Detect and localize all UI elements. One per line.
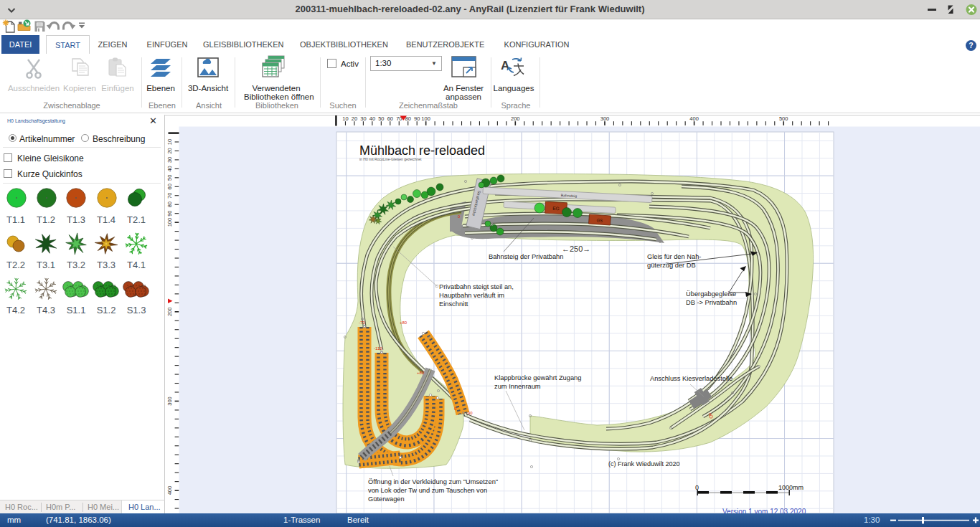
svg-text:200: 200 <box>511 115 520 122</box>
svg-text:A: A <box>501 59 509 72</box>
svg-text:EG: EG <box>552 206 560 211</box>
svg-text:70: 70 <box>166 193 173 199</box>
svg-text:zum Innenraum: zum Innenraum <box>494 383 541 390</box>
svg-text:80: 80 <box>166 201 173 207</box>
svg-text:Version 1 vom 12.03.2020: Version 1 vom 12.03.2020 <box>722 508 806 513</box>
svg-text:Übergabgegleise: Übergabgegleise <box>686 290 736 298</box>
svg-text:+80: +80 <box>400 321 407 325</box>
svg-text:Mühlbach re-reloaded: Mühlbach re-reloaded <box>359 143 485 158</box>
svg-text:in H0 mit RocoLine-Gleisen gez: in H0 mit RocoLine-Gleisen gezeichnet <box>359 157 422 161</box>
svg-text:Bahnsteig der Privatbahn: Bahnsteig der Privatbahn <box>489 253 563 260</box>
svg-text:20: 20 <box>166 148 173 153</box>
svg-text:Bahnsteig: Bahnsteig <box>561 193 578 198</box>
svg-text:90: 90 <box>414 115 420 122</box>
svg-text:Klappbrücke gewährt Zugang: Klappbrücke gewährt Zugang <box>494 374 581 381</box>
svg-text:Öffnung in der Verkleidung zum: Öffnung in der Verkleidung zum "Umsetzen… <box>368 478 498 485</box>
svg-text:Gleis für den Nah-: Gleis für den Nah- <box>647 253 701 260</box>
svg-text:GS: GS <box>596 218 603 223</box>
svg-text:20: 20 <box>352 115 357 122</box>
svg-text:-110: -110 <box>374 346 382 351</box>
svg-text:-73: -73 <box>359 321 365 325</box>
svg-text:Güterwagen: Güterwagen <box>368 495 405 503</box>
svg-text:100: 100 <box>166 218 173 227</box>
svg-text:200: 200 <box>166 308 173 317</box>
svg-text:100: 100 <box>421 115 430 122</box>
svg-text:400: 400 <box>166 486 173 495</box>
svg-text:DB -> Privatbahn: DB -> Privatbahn <box>686 299 737 306</box>
svg-text:10: 10 <box>342 115 348 122</box>
svg-text:+80: +80 <box>417 371 425 375</box>
svg-text:60: 60 <box>166 184 173 189</box>
svg-text:1000mm: 1000mm <box>778 484 804 491</box>
svg-text:40: 40 <box>369 115 375 122</box>
svg-text:500: 500 <box>779 115 788 122</box>
svg-text:300: 300 <box>600 115 610 122</box>
svg-text:60: 60 <box>387 115 393 122</box>
svg-text:Privatbahn steigt steil an,: Privatbahn steigt steil an, <box>439 283 514 290</box>
svg-text:400: 400 <box>689 115 699 122</box>
svg-text:50: 50 <box>166 175 173 181</box>
svg-text:Hauptbahn verläuft im: Hauptbahn verläuft im <box>439 292 504 299</box>
svg-text:Anschluss Kiesverladestelle: Anschluss Kiesverladestelle <box>650 375 732 382</box>
svg-text:Einschnitt: Einschnitt <box>439 300 468 308</box>
svg-text:(c) Frank Wieduwilt 2020: (c) Frank Wieduwilt 2020 <box>608 460 680 467</box>
svg-text:güterzug der DB: güterzug der DB <box>647 262 696 269</box>
svg-text:10: 10 <box>166 139 173 145</box>
svg-text:30: 30 <box>166 157 173 163</box>
svg-text:50: 50 <box>378 115 384 122</box>
svg-text:90: 90 <box>166 211 173 217</box>
svg-text:←250→: ←250→ <box>562 244 590 253</box>
svg-text:-90: -90 <box>466 411 473 415</box>
svg-text:40: 40 <box>166 166 173 171</box>
svg-text:30: 30 <box>360 115 366 122</box>
svg-text:300: 300 <box>166 397 173 406</box>
svg-text:von Lok oder Tw und zum Tausch: von Lok oder Tw und zum Tauschen von <box>368 487 487 494</box>
